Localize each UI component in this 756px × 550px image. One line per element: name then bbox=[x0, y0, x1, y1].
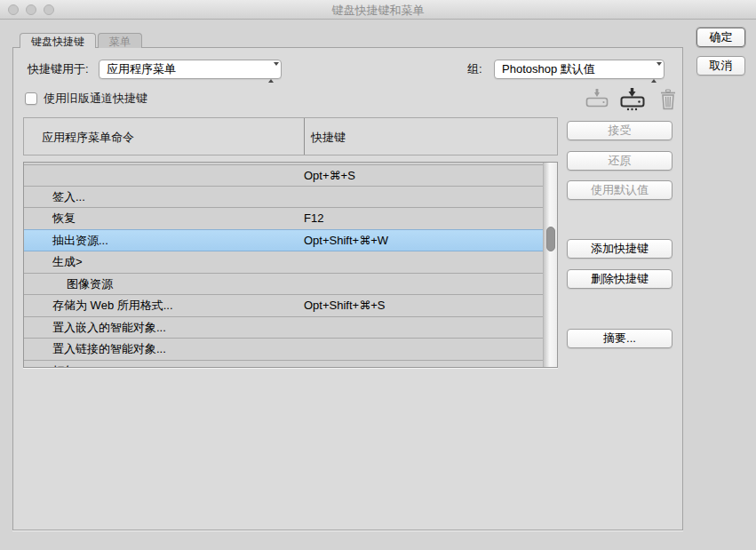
chevron-updown-icon bbox=[268, 64, 275, 82]
delete-shortcut-button[interactable]: 删除快捷键 bbox=[567, 269, 672, 289]
table-header: 应用程序菜单命令 快捷键 bbox=[23, 117, 558, 155]
set-select[interactable]: Photoshop 默认值 bbox=[494, 60, 664, 79]
set-actions bbox=[583, 87, 682, 112]
command-cell: 生成> bbox=[52, 251, 83, 273]
table-row[interactable]: 恢复 F12 bbox=[24, 208, 557, 230]
save-new-set-icon[interactable] bbox=[618, 88, 647, 111]
table-row[interactable]: 置入嵌入的智能对象... bbox=[24, 317, 557, 339]
table-row[interactable]: 图像资源 bbox=[24, 274, 557, 296]
table-row[interactable]: 签入... bbox=[24, 187, 557, 209]
delete-set-icon[interactable] bbox=[654, 88, 682, 111]
command-cell: 置入链接的智能对象... bbox=[52, 339, 166, 360]
shortcuts-for-label: 快捷键用于: bbox=[28, 60, 89, 79]
tab-menus[interactable]: 菜单 bbox=[98, 33, 142, 48]
save-set-icon[interactable] bbox=[583, 88, 611, 111]
shortcut-cell: Opt+Shift+⌘+S bbox=[304, 295, 385, 316]
vertical-scrollbar[interactable] bbox=[543, 163, 557, 367]
legacy-shortcuts-label: 使用旧版通道快捷键 bbox=[44, 91, 147, 107]
command-cell: 恢复 bbox=[52, 208, 76, 229]
shortcuts-for-value: 应用程序菜单 bbox=[107, 62, 176, 76]
set-label: 组: bbox=[467, 60, 482, 79]
window-title: 键盘快捷键和菜单 bbox=[0, 3, 756, 19]
legacy-shortcuts-row: 使用旧版通道快捷键 bbox=[25, 92, 147, 106]
ok-button[interactable]: 确定 bbox=[696, 28, 745, 47]
command-column-header: 应用程序菜单命令 bbox=[42, 118, 134, 156]
legacy-shortcuts-checkbox[interactable] bbox=[25, 92, 37, 105]
shortcut-cell: Opt+Shift+⌘+W bbox=[304, 230, 388, 251]
shortcut-cell: Opt+⌘+S bbox=[304, 165, 355, 187]
shortcut-column-header: 快捷键 bbox=[311, 118, 346, 156]
dialog-panel: 快捷键用于: 应用程序菜单 组: Photoshop 默认值 使用旧版通道快捷键 bbox=[12, 47, 683, 530]
shortcut-list-rows: Opt+⌘+S 签入... 恢复 F12 抽出资源... Opt+Shift+⌘… bbox=[24, 164, 557, 367]
cancel-button[interactable]: 取消 bbox=[696, 56, 745, 76]
shortcut-list: Opt+⌘+S 签入... 恢复 F12 抽出资源... Opt+Shift+⌘… bbox=[23, 162, 558, 368]
tab-bar: 键盘快捷键 菜单 bbox=[20, 33, 144, 48]
command-cell: 签入... bbox=[52, 187, 85, 208]
chevron-updown-icon bbox=[651, 64, 657, 82]
scrollbar-thumb[interactable] bbox=[546, 227, 555, 251]
title-bar: 键盘快捷键和菜单 bbox=[0, 0, 756, 20]
table-row[interactable]: 抽出资源... Opt+Shift+⌘+W bbox=[24, 229, 557, 252]
add-shortcut-button[interactable]: 添加快捷键 bbox=[567, 239, 672, 259]
column-divider bbox=[304, 118, 305, 155]
undo-button[interactable]: 还原 bbox=[567, 151, 672, 171]
accept-button[interactable]: 接受 bbox=[567, 121, 672, 140]
command-cell: 抽出资源... bbox=[52, 230, 108, 251]
table-row[interactable]: 置入链接的智能对象... bbox=[24, 339, 557, 361]
table-row[interactable]: 存储为 Web 所用格式... Opt+Shift+⌘+S bbox=[24, 295, 557, 317]
command-cell: 存储为 Web 所用格式... bbox=[52, 295, 173, 316]
command-cell: 图像资源 bbox=[67, 274, 113, 295]
shortcut-cell: F12 bbox=[304, 208, 323, 229]
table-row[interactable]: 打包... bbox=[24, 361, 557, 368]
command-cell: 打包... bbox=[52, 361, 85, 368]
set-value: Photoshop 默认值 bbox=[502, 62, 595, 76]
use-default-button[interactable]: 使用默认值 bbox=[567, 180, 672, 200]
tab-keyboard-shortcuts[interactable]: 键盘快捷键 bbox=[20, 33, 96, 48]
shortcuts-for-select[interactable]: 应用程序菜单 bbox=[99, 60, 282, 79]
table-row[interactable]: Opt+⌘+S bbox=[24, 164, 557, 187]
summarize-button[interactable]: 摘要... bbox=[567, 329, 672, 348]
command-cell: 置入嵌入的智能对象... bbox=[52, 317, 166, 339]
table-row[interactable]: 生成> bbox=[24, 251, 557, 274]
